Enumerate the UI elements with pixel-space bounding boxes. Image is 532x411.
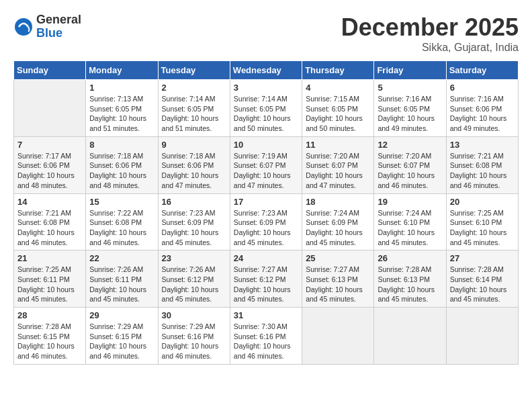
calendar-cell: 15Sunrise: 7:22 AM Sunset: 6:08 PM Dayli… bbox=[86, 193, 158, 250]
day-info: Sunrise: 7:16 AM Sunset: 6:06 PM Dayligh… bbox=[450, 94, 515, 134]
day-header-tuesday: Tuesday bbox=[158, 61, 230, 80]
logo-text: General Blue bbox=[36, 13, 81, 40]
calendar-cell: 4Sunrise: 7:15 AM Sunset: 6:05 PM Daylig… bbox=[302, 80, 374, 137]
day-header-friday: Friday bbox=[374, 61, 446, 80]
calendar-cell: 9Sunrise: 7:18 AM Sunset: 6:06 PM Daylig… bbox=[158, 136, 230, 193]
day-info: Sunrise: 7:26 AM Sunset: 6:12 PM Dayligh… bbox=[162, 265, 226, 304]
day-number: 4 bbox=[306, 83, 370, 93]
calendar-cell: 14Sunrise: 7:21 AM Sunset: 6:08 PM Dayli… bbox=[14, 193, 86, 250]
day-number: 13 bbox=[450, 140, 515, 150]
day-info: Sunrise: 7:18 AM Sunset: 6:06 PM Dayligh… bbox=[89, 151, 154, 191]
calendar-cell: 8Sunrise: 7:18 AM Sunset: 6:06 PM Daylig… bbox=[86, 136, 158, 193]
day-number: 28 bbox=[17, 310, 82, 320]
day-number: 27 bbox=[450, 253, 515, 263]
calendar-cell: 2Sunrise: 7:14 AM Sunset: 6:05 PM Daylig… bbox=[158, 80, 230, 137]
calendar-cell: 27Sunrise: 7:28 AM Sunset: 6:14 PM Dayli… bbox=[446, 250, 518, 308]
day-number: 6 bbox=[450, 83, 515, 93]
day-info: Sunrise: 7:29 AM Sunset: 6:15 PM Dayligh… bbox=[89, 322, 154, 361]
day-number: 12 bbox=[378, 140, 442, 150]
calendar-cell: 26Sunrise: 7:28 AM Sunset: 6:13 PM Dayli… bbox=[374, 250, 446, 308]
day-info: Sunrise: 7:21 AM Sunset: 6:08 PM Dayligh… bbox=[450, 151, 515, 191]
day-info: Sunrise: 7:16 AM Sunset: 6:05 PM Dayligh… bbox=[378, 94, 442, 134]
day-number: 18 bbox=[306, 197, 370, 207]
day-info: Sunrise: 7:18 AM Sunset: 6:06 PM Dayligh… bbox=[162, 151, 226, 191]
calendar-cell: 16Sunrise: 7:23 AM Sunset: 6:09 PM Dayli… bbox=[158, 193, 230, 250]
day-number: 31 bbox=[234, 310, 298, 320]
day-number: 22 bbox=[89, 253, 154, 263]
day-info: Sunrise: 7:28 AM Sunset: 6:15 PM Dayligh… bbox=[17, 322, 82, 361]
day-number: 10 bbox=[234, 140, 298, 150]
day-number: 17 bbox=[234, 197, 298, 207]
day-info: Sunrise: 7:21 AM Sunset: 6:08 PM Dayligh… bbox=[17, 208, 82, 248]
day-number: 9 bbox=[162, 140, 226, 150]
svg-point-0 bbox=[15, 18, 32, 36]
day-info: Sunrise: 7:29 AM Sunset: 6:16 PM Dayligh… bbox=[162, 322, 226, 361]
day-info: Sunrise: 7:17 AM Sunset: 6:06 PM Dayligh… bbox=[17, 151, 82, 191]
logo-general: General bbox=[36, 13, 81, 27]
day-number: 25 bbox=[306, 253, 370, 263]
day-number: 29 bbox=[89, 310, 154, 320]
calendar-cell: 23Sunrise: 7:26 AM Sunset: 6:12 PM Dayli… bbox=[158, 250, 230, 308]
day-info: Sunrise: 7:14 AM Sunset: 6:05 PM Dayligh… bbox=[234, 94, 298, 134]
day-info: Sunrise: 7:22 AM Sunset: 6:08 PM Dayligh… bbox=[89, 208, 154, 248]
day-info: Sunrise: 7:25 AM Sunset: 6:11 PM Dayligh… bbox=[17, 265, 82, 304]
day-info: Sunrise: 7:26 AM Sunset: 6:11 PM Dayligh… bbox=[89, 265, 154, 304]
day-info: Sunrise: 7:23 AM Sunset: 6:09 PM Dayligh… bbox=[162, 208, 226, 248]
calendar-table: SundayMondayTuesdayWednesdayThursdayFrid… bbox=[13, 60, 519, 365]
day-number: 30 bbox=[162, 310, 226, 320]
day-number: 11 bbox=[306, 140, 370, 150]
day-number: 20 bbox=[450, 197, 515, 207]
calendar-cell: 11Sunrise: 7:20 AM Sunset: 6:07 PM Dayli… bbox=[302, 136, 374, 193]
calendar-cell bbox=[14, 80, 86, 137]
logo-icon bbox=[13, 17, 34, 37]
day-header-sunday: Sunday bbox=[14, 61, 86, 80]
day-info: Sunrise: 7:28 AM Sunset: 6:13 PM Dayligh… bbox=[378, 265, 442, 304]
calendar-cell: 3Sunrise: 7:14 AM Sunset: 6:05 PM Daylig… bbox=[230, 80, 302, 137]
calendar-cell: 30Sunrise: 7:29 AM Sunset: 6:16 PM Dayli… bbox=[158, 308, 230, 365]
day-info: Sunrise: 7:14 AM Sunset: 6:05 PM Dayligh… bbox=[162, 94, 226, 134]
subtitle: Sikka, Gujarat, India bbox=[341, 42, 519, 54]
calendar-cell: 24Sunrise: 7:27 AM Sunset: 6:12 PM Dayli… bbox=[230, 250, 302, 308]
day-number: 8 bbox=[89, 140, 154, 150]
day-info: Sunrise: 7:15 AM Sunset: 6:05 PM Dayligh… bbox=[306, 94, 370, 134]
day-number: 5 bbox=[378, 83, 442, 93]
calendar-cell: 6Sunrise: 7:16 AM Sunset: 6:06 PM Daylig… bbox=[446, 80, 518, 137]
calendar-week-row: 14Sunrise: 7:21 AM Sunset: 6:08 PM Dayli… bbox=[14, 193, 519, 250]
day-number: 14 bbox=[17, 197, 82, 207]
day-header-thursday: Thursday bbox=[302, 61, 374, 80]
calendar-cell: 29Sunrise: 7:29 AM Sunset: 6:15 PM Dayli… bbox=[86, 308, 158, 365]
day-number: 16 bbox=[162, 197, 226, 207]
day-info: Sunrise: 7:24 AM Sunset: 6:10 PM Dayligh… bbox=[378, 208, 442, 248]
day-number: 15 bbox=[89, 197, 154, 207]
calendar-cell: 21Sunrise: 7:25 AM Sunset: 6:11 PM Dayli… bbox=[14, 250, 86, 308]
calendar-cell: 20Sunrise: 7:25 AM Sunset: 6:10 PM Dayli… bbox=[446, 193, 518, 250]
day-info: Sunrise: 7:30 AM Sunset: 6:16 PM Dayligh… bbox=[234, 322, 298, 361]
calendar-cell: 31Sunrise: 7:30 AM Sunset: 6:16 PM Dayli… bbox=[230, 308, 302, 365]
title-area: December 2025 Sikka, Gujarat, India bbox=[341, 13, 519, 54]
day-info: Sunrise: 7:19 AM Sunset: 6:07 PM Dayligh… bbox=[234, 151, 298, 191]
day-number: 26 bbox=[378, 253, 442, 263]
day-number: 3 bbox=[234, 83, 298, 93]
day-info: Sunrise: 7:27 AM Sunset: 6:13 PM Dayligh… bbox=[306, 265, 370, 304]
day-number: 24 bbox=[234, 253, 298, 263]
page-header: General Blue December 2025 Sikka, Gujara… bbox=[13, 13, 519, 54]
day-info: Sunrise: 7:24 AM Sunset: 6:09 PM Dayligh… bbox=[306, 208, 370, 248]
day-info: Sunrise: 7:25 AM Sunset: 6:10 PM Dayligh… bbox=[450, 208, 515, 248]
calendar-week-row: 7Sunrise: 7:17 AM Sunset: 6:06 PM Daylig… bbox=[14, 136, 519, 193]
calendar-cell: 19Sunrise: 7:24 AM Sunset: 6:10 PM Dayli… bbox=[374, 193, 446, 250]
calendar-cell: 28Sunrise: 7:28 AM Sunset: 6:15 PM Dayli… bbox=[14, 308, 86, 365]
calendar-week-row: 28Sunrise: 7:28 AM Sunset: 6:15 PM Dayli… bbox=[14, 308, 519, 365]
calendar-cell: 10Sunrise: 7:19 AM Sunset: 6:07 PM Dayli… bbox=[230, 136, 302, 193]
calendar-cell bbox=[374, 308, 446, 365]
logo-blue: Blue bbox=[36, 27, 81, 40]
day-info: Sunrise: 7:23 AM Sunset: 6:09 PM Dayligh… bbox=[234, 208, 298, 248]
calendar-cell: 1Sunrise: 7:13 AM Sunset: 6:05 PM Daylig… bbox=[86, 80, 158, 137]
day-header-monday: Monday bbox=[86, 61, 158, 80]
calendar-cell: 25Sunrise: 7:27 AM Sunset: 6:13 PM Dayli… bbox=[302, 250, 374, 308]
day-number: 7 bbox=[17, 140, 82, 150]
day-info: Sunrise: 7:28 AM Sunset: 6:14 PM Dayligh… bbox=[450, 265, 515, 304]
day-info: Sunrise: 7:20 AM Sunset: 6:07 PM Dayligh… bbox=[378, 151, 442, 191]
day-info: Sunrise: 7:13 AM Sunset: 6:05 PM Dayligh… bbox=[89, 94, 154, 134]
calendar-cell: 17Sunrise: 7:23 AM Sunset: 6:09 PM Dayli… bbox=[230, 193, 302, 250]
calendar-week-row: 1Sunrise: 7:13 AM Sunset: 6:05 PM Daylig… bbox=[14, 80, 519, 137]
